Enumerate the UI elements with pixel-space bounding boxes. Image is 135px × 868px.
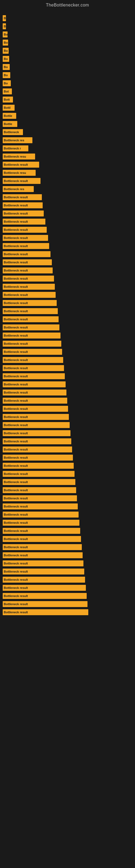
result-bar: Bo — [3, 48, 9, 54]
result-bar: Bottleneck result — [3, 577, 85, 583]
bar-row: Bottleneck result — [3, 592, 132, 600]
result-bar: Bottleneck result — [3, 471, 75, 477]
result-bar: Bottleneck result — [3, 373, 65, 379]
bar-row: Bottleneck result — [3, 543, 132, 551]
bar-row: Bo — [3, 39, 132, 46]
bar-row: Bottleneck result — [3, 609, 132, 616]
result-bar: Bottleneck result — [3, 503, 78, 509]
bar-row: Bottleneck result — [3, 576, 132, 584]
bar-row: Bottleneck result — [3, 283, 132, 290]
bar-row: Bottleneck result — [3, 389, 132, 396]
result-bar: Bottleneck result — [3, 446, 72, 453]
result-bar: Bottleneck result — [3, 609, 88, 615]
bar-row: Bottleneck result — [3, 511, 132, 518]
bar-row: Bottleneck result — [3, 486, 132, 494]
bar-row: Bottleneck result — [3, 446, 132, 453]
bar-row: Bottleneck result — [3, 177, 132, 185]
bar-row: Bottleneck res — [3, 185, 132, 193]
bar-row: Bottleneck result — [3, 372, 132, 380]
bar-row: Bottleneck result — [3, 478, 132, 486]
result-bar: Bottleneck result — [3, 235, 48, 241]
bar-row: Bottleneck result — [3, 275, 132, 282]
bar-row: Bottleneck resu — [3, 169, 132, 177]
result-bar: Bottleneck result — [3, 601, 87, 607]
bar-row: Bottl — [3, 104, 132, 112]
bar-row: Bo — [3, 80, 132, 87]
bar-row: Bottleneck result — [3, 568, 132, 575]
result-bar: Bottleneck r — [3, 145, 28, 151]
bar-row: Bottleneck result — [3, 462, 132, 469]
bar-row: Bottleneck result — [3, 560, 132, 567]
bar-row: Bottleneck resu — [3, 153, 132, 160]
result-bar: Bottleneck result — [3, 585, 86, 591]
bar-row: Bottleneck result — [3, 299, 132, 307]
result-bar: Bottleneck result — [3, 536, 81, 542]
bar-row: Bottleneck result — [3, 323, 132, 331]
bar-row: Bottleneck result — [3, 413, 132, 421]
bar-row: Bottleneck result — [3, 380, 132, 388]
bar-row: Bottle — [3, 112, 132, 120]
result-bar: Bottleneck result — [3, 333, 60, 339]
result-bar: Bo — [3, 72, 10, 78]
result-bar: Bottleneck res — [3, 137, 32, 143]
bar-row: Bottleneck r — [3, 145, 132, 152]
result-bar: Bottleneck result — [3, 219, 45, 225]
bar-row: Bottleneck result — [3, 405, 132, 412]
result-bar: Bo — [3, 64, 10, 70]
result-bar: Bottleneck result — [3, 479, 75, 485]
result-bar: Bottleneck result — [3, 276, 54, 282]
bar-row: Bottleneck result — [3, 470, 132, 478]
result-bar: Bo — [3, 56, 9, 62]
result-bar: B — [3, 15, 6, 21]
bar-row: Bottleneck result — [3, 519, 132, 527]
result-bar: Bottleneck result — [3, 544, 82, 550]
result-bar: Bottleneck result — [3, 268, 53, 273]
result-bar: Bottleneck result — [3, 438, 71, 444]
bar-row: Bottleneck result — [3, 161, 132, 168]
result-bar: Bottleneck result — [3, 406, 68, 412]
result-bar: Bottleneck result — [3, 520, 79, 526]
result-bar: Bottleneck resu — [3, 154, 35, 159]
bar-row: Bottleneck result — [3, 250, 132, 258]
result-bar: Bottleneck result — [3, 398, 67, 404]
result-bar: Bottleneck result — [3, 251, 50, 257]
result-bar: Bottleneck result — [3, 455, 73, 461]
bar-row: Bottleneck result — [3, 421, 132, 429]
bar-row: Bo — [3, 31, 132, 38]
result-bar: Bottleneck result — [3, 381, 65, 388]
result-bar: Bot — [3, 88, 12, 94]
bar-row: B — [3, 14, 132, 22]
result-bar: Bottleneck result — [3, 162, 39, 167]
result-bar: Bottleneck result — [3, 528, 80, 534]
bar-row: Bottleneck result — [3, 397, 132, 404]
bar-row: Bottleneck result — [3, 552, 132, 559]
bar-row: Bottleneck result — [3, 503, 132, 510]
result-bar: Bo — [3, 31, 8, 37]
bar-row: Bottleneck result — [3, 584, 132, 592]
bar-row: Bottleneck result — [3, 332, 132, 339]
result-bar: Bottleneck result — [3, 422, 70, 428]
bar-row: Bott — [3, 96, 132, 103]
result-bar: Bottleneck result — [3, 211, 44, 216]
result-bar: Bottleneck result — [3, 430, 71, 436]
bar-row: Bottleneck result — [3, 267, 132, 274]
bar-row: Bottleneck result — [3, 242, 132, 250]
result-bar: Bottleneck result — [3, 203, 43, 208]
result-bar: Bottleneck result — [3, 552, 83, 558]
result-bar: Bottleneck result — [3, 487, 76, 493]
result-bar: Bottle — [3, 113, 16, 119]
result-bar: Bott — [3, 97, 13, 102]
result-bar: Bottleneck result — [3, 568, 84, 575]
result-bar: Bottleneck — [3, 129, 23, 135]
result-bar: Bottleneck result — [3, 316, 58, 322]
bar-row: Bottleneck result — [3, 600, 132, 608]
result-bar: Bottleneck result — [3, 512, 79, 518]
result-bar: Bottleneck result — [3, 593, 87, 599]
result-bar: Bottleneck result — [3, 324, 59, 330]
result-bar: Bottleneck result — [3, 300, 57, 306]
bar-row: Bo — [3, 63, 132, 71]
bar-row: Bottleneck result — [3, 495, 132, 502]
result-bar: Bottleneck result — [3, 243, 49, 249]
bar-row: Bottleneck result — [3, 291, 132, 299]
result-bar: Bottleneck result — [3, 463, 74, 469]
